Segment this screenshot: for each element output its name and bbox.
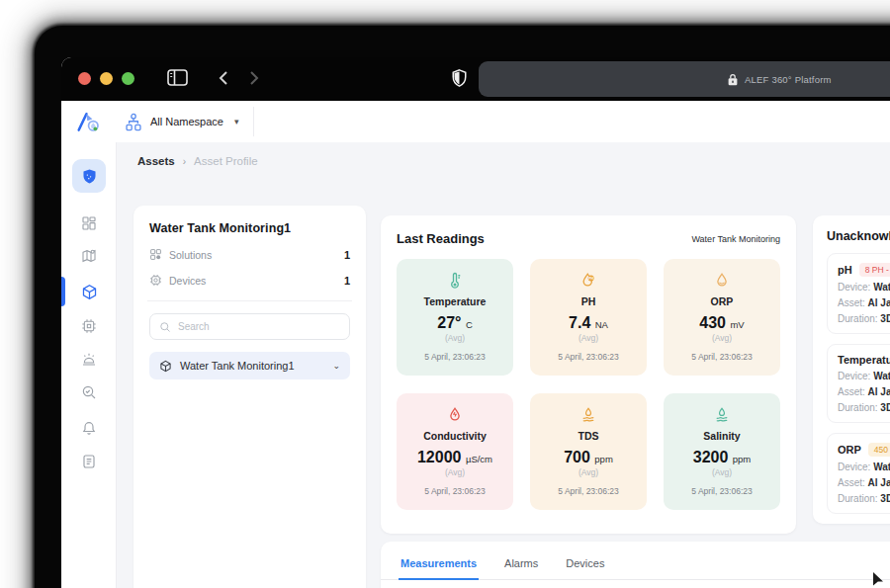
last-readings-asset-name: Water Tank Monitoring bbox=[691, 234, 780, 244]
alarm-asset-line: Asset: Al Jali bbox=[838, 477, 890, 488]
devices-count: 1 bbox=[344, 275, 350, 287]
chip-icon bbox=[149, 274, 162, 287]
droplet-icon bbox=[713, 272, 731, 290]
rail-item-audit[interactable] bbox=[72, 376, 106, 409]
detail-tabs-panel: Measurements Alarms Devices bbox=[381, 542, 890, 588]
reading-value: 7.4 NA bbox=[569, 314, 608, 332]
namespace-label: All Namespace bbox=[150, 116, 223, 127]
map-icon bbox=[81, 248, 97, 264]
document-icon bbox=[81, 454, 97, 469]
cube-icon bbox=[159, 360, 172, 373]
rail-item-assets[interactable] bbox=[72, 275, 106, 308]
reading-name: TDS bbox=[578, 430, 599, 442]
asset-title: Water Tank Monitoring1 bbox=[149, 221, 350, 235]
lock-icon bbox=[728, 73, 738, 86]
page-content: Assets › Asset Profile Water Tank Monito… bbox=[117, 142, 890, 588]
reading-card-ph[interactable]: PH PH 7.4 NA (Avg) 5 April, 23:06:23 bbox=[530, 259, 647, 376]
avg-label: (Avg) bbox=[445, 467, 465, 477]
reading-card-tds[interactable]: TDS 700 ppm (Avg) 5 April, 23:06:23 bbox=[530, 393, 647, 510]
browser-window: ALEF 360° Platform bbox=[61, 57, 890, 588]
solutions-count: 1 bbox=[344, 249, 350, 261]
reading-name: Temperature bbox=[424, 295, 487, 307]
zoom-window-button[interactable] bbox=[122, 72, 134, 85]
alarm-name: ORP bbox=[838, 444, 861, 456]
rail-item-alarms[interactable] bbox=[72, 342, 106, 376]
search-check-icon bbox=[81, 384, 97, 400]
screenshot-stage: ALEF 360° Platform bbox=[0, 0, 890, 588]
tab-devices[interactable]: Devices bbox=[564, 551, 606, 579]
asset-tree-item[interactable]: Water Tank Monitoring1 ⌄ bbox=[149, 352, 350, 379]
rail-item-notifications[interactable] bbox=[72, 411, 106, 445]
reading-timestamp: 5 April, 23:06:23 bbox=[424, 352, 485, 362]
reading-card-temperature[interactable]: Temperature 27° C (Avg) 5 April, 23:06:2… bbox=[397, 259, 513, 376]
minimize-window-button[interactable] bbox=[100, 72, 113, 85]
address-bar[interactable]: ALEF 360° Platform bbox=[479, 61, 890, 97]
alarm-device-line: Device: Wate bbox=[838, 462, 890, 472]
alarm-asset-line: Asset: Al Jali bbox=[838, 297, 890, 308]
nav-rail bbox=[61, 142, 117, 588]
tab-measurements[interactable]: Measurements bbox=[399, 551, 479, 580]
last-readings-header: Last Readings Water Tank Monitoring bbox=[397, 231, 780, 246]
reading-name: Conductivity bbox=[423, 430, 487, 442]
reading-card-orp[interactable]: ORP 430 mV (Avg) 5 April, 23:06:23 bbox=[664, 259, 780, 376]
reading-value: 3200 ppm bbox=[693, 449, 752, 466]
forward-button[interactable] bbox=[249, 70, 260, 86]
reading-card-salinity[interactable]: Salinity 3200 ppm (Avg) 5 April, 23:06:2… bbox=[664, 393, 780, 510]
cube-icon bbox=[81, 284, 98, 300]
rail-item-devices[interactable] bbox=[72, 309, 106, 343]
search-input[interactable] bbox=[178, 321, 340, 332]
alarm-name: Temperatur bbox=[838, 354, 890, 366]
thermometer-icon bbox=[446, 272, 464, 290]
divider bbox=[147, 300, 352, 301]
rail-item-dashboard[interactable] bbox=[72, 207, 106, 240]
salinity-waves-icon bbox=[713, 406, 731, 424]
privacy-shield-icon[interactable] bbox=[452, 69, 467, 87]
sidebar-toggle-icon[interactable] bbox=[167, 69, 188, 86]
alarm-device-line: Device: Wate bbox=[838, 282, 890, 293]
avg-label: (Avg) bbox=[712, 467, 732, 477]
address-bar-title: ALEF 360° Platform bbox=[745, 74, 832, 85]
chevron-down-icon: ▾ bbox=[234, 117, 239, 126]
alarm-card-temperature[interactable]: Temperatur Device: Wate Asset: Al Jali D… bbox=[827, 344, 890, 423]
alarm-card-orp[interactable]: ORP 450 mV Device: Wate Asset: Al Jali D… bbox=[827, 433, 890, 514]
asset-summary-panel: Water Tank Monitoring1 Solutions 1 Devic… bbox=[134, 206, 366, 588]
conductivity-droplet-icon bbox=[446, 406, 464, 424]
reading-card-conductivity[interactable]: Conductivity 12000 µS/cm (Avg) 5 April, … bbox=[397, 393, 513, 510]
app-topbar: All Namespace ▾ bbox=[61, 101, 890, 142]
breadcrumb-assets[interactable]: Assets bbox=[137, 155, 175, 167]
alarm-duration-line: Duration: 3D bbox=[838, 402, 890, 413]
reading-value: 700 ppm bbox=[564, 449, 613, 466]
reading-timestamp: 5 April, 23:06:23 bbox=[558, 486, 618, 496]
asset-tree-item-label: Water Tank Monitoring1 bbox=[180, 360, 324, 372]
active-route-indicator bbox=[61, 277, 65, 306]
back-button[interactable] bbox=[218, 70, 228, 86]
alarms-panel-title: Unacknowle bbox=[827, 229, 890, 243]
tabs-row: Measurements Alarms Devices bbox=[381, 551, 890, 580]
asset-search[interactable] bbox=[149, 313, 350, 340]
app-logo[interactable] bbox=[61, 110, 117, 133]
tab-alarms[interactable]: Alarms bbox=[502, 551, 540, 579]
unacknowledged-alarms-panel: Unacknowle pH 8 PH - V Device: Wate Asse… bbox=[813, 215, 890, 524]
alarm-badge: 450 mV bbox=[868, 443, 890, 457]
dashboard-grid-icon bbox=[81, 215, 97, 231]
avg-label: (Avg) bbox=[712, 333, 732, 343]
rail-item-security[interactable] bbox=[72, 159, 106, 193]
close-window-button[interactable] bbox=[78, 72, 91, 85]
rail-item-logs[interactable] bbox=[72, 445, 106, 478]
breadcrumb-asset-profile: Asset Profile bbox=[194, 155, 258, 167]
alarm-card-ph[interactable]: pH 8 PH - V Device: Wate Asset: Al Jali … bbox=[827, 253, 890, 334]
search-icon bbox=[159, 321, 171, 333]
avg-label: (Avg) bbox=[578, 333, 598, 343]
reading-value: 12000 µS/cm bbox=[417, 449, 492, 466]
readings-grid: Temperature 27° C (Avg) 5 April, 23:06:2… bbox=[397, 259, 780, 510]
namespace-selector[interactable]: All Namespace ▾ bbox=[117, 107, 254, 136]
mouse-cursor bbox=[872, 571, 885, 586]
reading-name: PH bbox=[581, 295, 596, 307]
reading-name: Salinity bbox=[703, 430, 740, 442]
alarm-asset-line: Asset: Al Jali bbox=[838, 386, 890, 397]
devices-stat-row: Devices 1 bbox=[149, 274, 350, 287]
solutions-label: Solutions bbox=[169, 249, 212, 261]
rail-item-map[interactable] bbox=[72, 239, 106, 273]
solutions-stat-row: Solutions 1 bbox=[149, 248, 350, 261]
shield-icon bbox=[81, 168, 98, 185]
